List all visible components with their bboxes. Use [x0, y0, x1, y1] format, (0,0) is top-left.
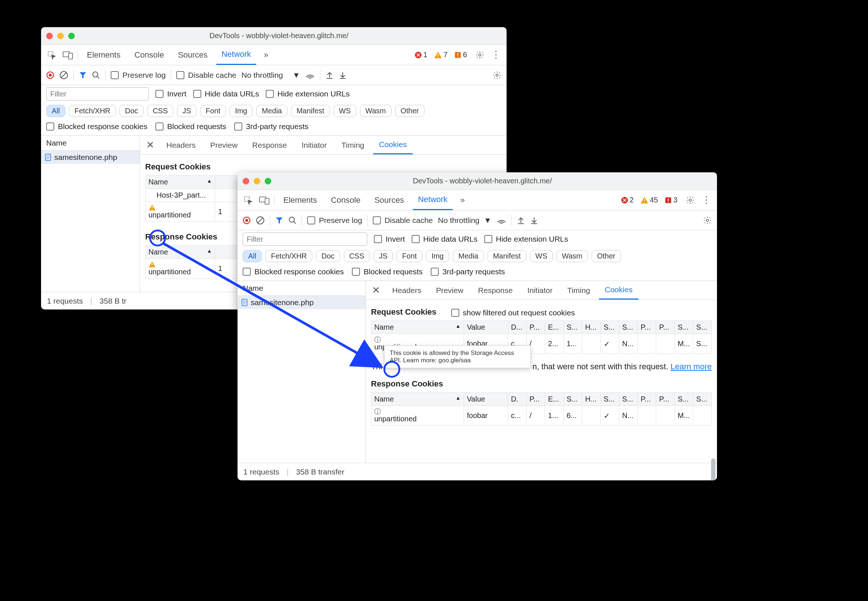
error-count[interactable]: 2	[621, 196, 634, 204]
hide-data-urls-checkbox[interactable]: Hide data URLs	[412, 235, 478, 244]
maximize-window-button[interactable]	[265, 178, 271, 185]
close-window-button[interactable]	[243, 178, 249, 185]
upload-icon[interactable]	[517, 217, 525, 224]
filter-input[interactable]	[46, 87, 149, 101]
dtab-headers[interactable]: Headers	[161, 136, 201, 154]
cookie-row[interactable]: unpartitioned	[146, 202, 215, 222]
hide-extension-urls-checkbox[interactable]: Hide extension URLs	[484, 235, 568, 244]
network-conditions-icon[interactable]	[305, 71, 315, 79]
type-manifest[interactable]: Manifest	[291, 105, 330, 117]
kebab-menu-icon[interactable]: ⋮	[490, 49, 502, 61]
type-js[interactable]: JS	[177, 105, 196, 117]
request-row[interactable]: samesitenone.php	[238, 296, 365, 309]
scrollbar[interactable]	[711, 458, 716, 480]
type-img[interactable]: Img	[230, 105, 253, 117]
type-css[interactable]: CSS	[147, 105, 174, 117]
dtab-cookies[interactable]: Cookies	[599, 281, 638, 300]
network-settings-icon[interactable]	[703, 216, 712, 225]
tab-network[interactable]: Network	[216, 45, 256, 65]
cookie-row[interactable]: unpartitioned foobar c... / 1... 6... ✓ …	[371, 406, 712, 426]
dtab-initiator[interactable]: Initiator	[522, 281, 559, 300]
type-manifest[interactable]: Manifest	[487, 250, 526, 262]
tab-network[interactable]: Network	[413, 190, 453, 210]
kebab-menu-icon[interactable]: ⋮	[700, 194, 713, 206]
minimize-window-button[interactable]	[57, 33, 64, 39]
tab-sources[interactable]: Sources	[369, 190, 409, 210]
network-conditions-icon[interactable]	[497, 217, 506, 224]
type-other[interactable]: Other	[395, 105, 425, 117]
dtab-preview[interactable]: Preview	[204, 136, 244, 154]
type-fetch[interactable]: Fetch/XHR	[69, 105, 116, 117]
throttling-select[interactable]: No throttling ▼	[438, 216, 492, 225]
error-count[interactable]: 1	[414, 50, 427, 59]
dtab-timing[interactable]: Timing	[562, 281, 596, 300]
settings-icon[interactable]	[684, 194, 696, 206]
invert-checkbox[interactable]: Invert	[374, 235, 405, 244]
third-party-checkbox[interactable]: 3rd-party requests	[234, 122, 308, 131]
filter-icon[interactable]	[79, 71, 87, 79]
throttling-select[interactable]: No throttling ▼	[242, 71, 300, 79]
invert-checkbox[interactable]: Invert	[155, 90, 187, 98]
dtab-timing[interactable]: Timing	[336, 136, 370, 154]
filter-input[interactable]	[243, 232, 367, 246]
hide-data-urls-checkbox[interactable]: Hide data URLs	[193, 90, 259, 98]
maximize-window-button[interactable]	[68, 33, 75, 39]
cookie-row[interactable]: Host-3P_part...	[146, 189, 215, 202]
type-doc[interactable]: Doc	[316, 250, 340, 262]
device-toggle-icon[interactable]	[258, 194, 271, 206]
type-wasm[interactable]: Wasm	[556, 250, 588, 262]
col-name[interactable]: Name▲	[371, 321, 464, 334]
warning-count[interactable]: 7	[434, 50, 448, 59]
type-fetch[interactable]: Fetch/XHR	[265, 250, 312, 262]
name-col[interactable]: Name▲	[146, 175, 215, 189]
preserve-log-checkbox[interactable]: Preserve log	[111, 71, 166, 79]
type-other[interactable]: Other	[592, 250, 621, 262]
close-window-button[interactable]	[46, 33, 53, 39]
type-all[interactable]: All	[243, 250, 262, 262]
inspect-icon[interactable]	[46, 49, 58, 61]
blocked-requests-checkbox[interactable]: Blocked requests	[155, 122, 226, 131]
inspect-icon[interactable]	[242, 194, 254, 206]
dtab-headers[interactable]: Headers	[386, 281, 427, 300]
tab-console[interactable]: Console	[129, 45, 169, 65]
tab-elements[interactable]: Elements	[82, 45, 126, 65]
preserve-log-checkbox[interactable]: Preserve log	[307, 216, 362, 225]
close-details-icon[interactable]: ✕	[369, 285, 384, 296]
disable-cache-checkbox[interactable]: Disable cache	[373, 216, 433, 225]
type-ws[interactable]: WS	[530, 250, 553, 262]
warning-count[interactable]: 45	[640, 196, 658, 204]
record-icon[interactable]	[46, 71, 54, 79]
settings-icon[interactable]	[474, 49, 486, 61]
type-wasm[interactable]: Wasm	[360, 105, 391, 117]
download-icon[interactable]	[530, 217, 538, 224]
type-font[interactable]: Font	[397, 250, 422, 262]
issue-count[interactable]: 6	[454, 50, 467, 59]
third-party-checkbox[interactable]: 3rd-party requests	[431, 267, 505, 276]
dtab-cookies[interactable]: Cookies	[373, 136, 413, 154]
hide-extension-urls-checkbox[interactable]: Hide extension URLs	[266, 90, 350, 98]
type-img[interactable]: Img	[426, 250, 449, 262]
tab-console[interactable]: Console	[326, 190, 366, 210]
name-column-header[interactable]: Name	[41, 136, 140, 151]
request-row[interactable]: samesitenone.php	[41, 151, 140, 164]
more-tabs-icon[interactable]: »	[260, 49, 273, 61]
type-all[interactable]: All	[46, 105, 65, 117]
dtab-response[interactable]: Response	[246, 136, 293, 154]
search-icon[interactable]	[92, 71, 100, 79]
dtab-response[interactable]: Response	[472, 281, 519, 300]
type-js[interactable]: JS	[373, 250, 393, 262]
dtab-initiator[interactable]: Initiator	[296, 136, 333, 154]
type-media[interactable]: Media	[453, 250, 483, 262]
more-tabs-icon[interactable]: »	[456, 194, 469, 206]
search-icon[interactable]	[288, 217, 297, 224]
tab-sources[interactable]: Sources	[173, 45, 213, 65]
cookie-row[interactable]: unpartitioned	[146, 259, 215, 279]
type-doc[interactable]: Doc	[119, 105, 144, 117]
type-font[interactable]: Font	[200, 105, 226, 117]
record-icon[interactable]	[243, 217, 251, 224]
device-toggle-icon[interactable]	[62, 49, 74, 61]
blocked-response-cookies-checkbox[interactable]: Blocked response cookies	[243, 267, 344, 276]
name-column-header[interactable]: Name	[238, 281, 365, 296]
type-ws[interactable]: WS	[333, 105, 356, 117]
upload-icon[interactable]	[326, 71, 333, 79]
